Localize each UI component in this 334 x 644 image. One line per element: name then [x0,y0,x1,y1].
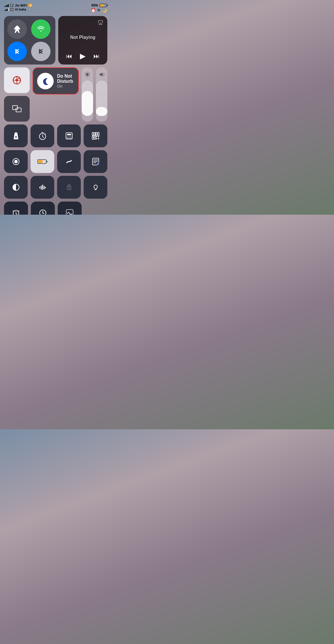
brightness-slider[interactable] [82,67,93,122]
status-icons-row: ⏰ ⊕ 🌙 [91,8,107,13]
battery-percent: 55% [91,3,98,7]
svg-rect-20 [93,137,94,138]
media-controls: ⏮ ▶ ⏭ [62,52,103,61]
svg-point-5 [15,136,17,138]
volume-fill [96,107,107,116]
moon-status-icon: 🌙 [102,8,107,13]
brightness-icon [84,71,90,78]
dnd-title: Do Not Disturb [57,74,74,84]
accessories-row-4 [4,202,82,215]
carrier2-badge: S [10,8,13,11]
do-not-disturb-button[interactable]: Do Not Disturb On [33,67,79,94]
accessories-row-2 [4,150,107,173]
carrier1-signal [5,4,9,7]
screen-mirror-button[interactable] [4,96,30,122]
location-status-icon: ⊕ [97,8,100,13]
svg-point-11 [70,137,71,138]
wifi-button[interactable] [31,19,51,39]
mid-left [4,67,30,122]
accessories-row-3 [4,176,107,199]
status-bar: P Jio WiFi 📶 S Vi India 55% ⏰ ⊕ 🌙 [0,0,111,14]
svg-rect-24 [98,138,99,139]
svg-rect-34 [41,186,42,190]
svg-rect-22 [98,136,99,137]
rewind-button[interactable]: ⏮ [66,53,72,60]
svg-point-10 [69,137,69,138]
sound-recognition-button[interactable] [31,176,54,199]
svg-rect-36 [44,186,45,189]
screen-record-button[interactable] [4,150,28,173]
battery-icon [100,4,107,7]
svg-point-13 [69,138,69,139]
qr-code-button[interactable] [84,124,107,147]
top-row: Not Playing ⏮ ▶ ⏭ [4,16,107,65]
svg-rect-21 [96,136,97,137]
airplane-mode-button[interactable] [7,19,27,39]
flashlight-button[interactable] [4,124,28,147]
sliders-area [82,67,107,122]
battery-fill [100,4,104,7]
bluetooth-off-button[interactable] [31,42,51,61]
carrier2-signal [5,8,9,11]
battery-row: 55% [91,3,107,7]
carrier-info: P Jio WiFi 📶 S Vi India [5,3,32,11]
fast-forward-button[interactable]: ⏭ [93,53,100,60]
svg-point-12 [67,138,68,139]
dnd-moon-circle [37,73,54,89]
clock-button[interactable] [31,202,55,215]
dark-mode-button[interactable] [4,176,28,199]
rotation-lock-button[interactable] [4,67,30,93]
play-button[interactable]: ▶ [80,52,86,61]
carrier1-row: P Jio WiFi 📶 [5,3,32,7]
carrier2-name: Vi India [15,8,26,11]
svg-point-4 [86,73,89,76]
wifi-icon: 📶 [28,3,32,7]
accessories-row-1 [4,124,107,147]
alarm-status-icon: ⏰ [91,8,96,13]
middle-row: Do Not Disturb On [4,67,107,122]
battery-widget-button[interactable] [31,150,54,173]
hearing-button[interactable] [84,176,107,199]
svg-rect-35 [42,185,43,190]
alarm-clock-button[interactable] [4,202,28,215]
brightness-fill [82,91,93,116]
svg-rect-29 [38,160,43,163]
volume-track [96,80,107,116]
volume-slider[interactable] [96,67,107,122]
status-right: 55% ⏰ ⊕ 🌙 [91,3,107,13]
svg-rect-37 [45,187,46,188]
dnd-text: Do Not Disturb On [57,74,74,88]
svg-point-39 [69,188,70,189]
carrier1-name: Jio WiFi [15,4,27,7]
svg-point-1 [15,79,18,82]
carrier2-row: S Vi India [5,8,32,11]
signature-button[interactable] [58,202,82,215]
dnd-status: On [57,84,74,88]
bluetooth-button[interactable] [7,42,27,61]
svg-point-9 [67,137,68,138]
timer-button[interactable] [31,124,54,147]
svg-rect-16 [93,133,94,135]
control-center: Not Playing ⏮ ▶ ⏭ [0,14,111,215]
svg-point-26 [14,160,18,163]
svg-point-14 [70,138,71,139]
quick-notes-button[interactable] [84,150,107,173]
carrier1-badge: P [10,4,13,7]
svg-rect-28 [46,161,47,162]
svg-rect-33 [39,187,40,188]
accessibility-shortcut-button[interactable] [57,176,81,199]
shazam-button[interactable] [57,150,81,173]
airplay-icon[interactable] [98,19,103,25]
svg-rect-23 [96,138,97,139]
brightness-track [82,80,93,116]
volume-icon [98,71,105,78]
connectivity-panel [4,16,55,65]
svg-rect-18 [97,133,98,135]
media-not-playing-label: Not Playing [62,26,103,49]
calculator-button[interactable] [57,124,81,147]
media-player-panel: Not Playing ⏮ ▶ ⏭ [58,16,107,65]
svg-rect-8 [67,134,71,135]
